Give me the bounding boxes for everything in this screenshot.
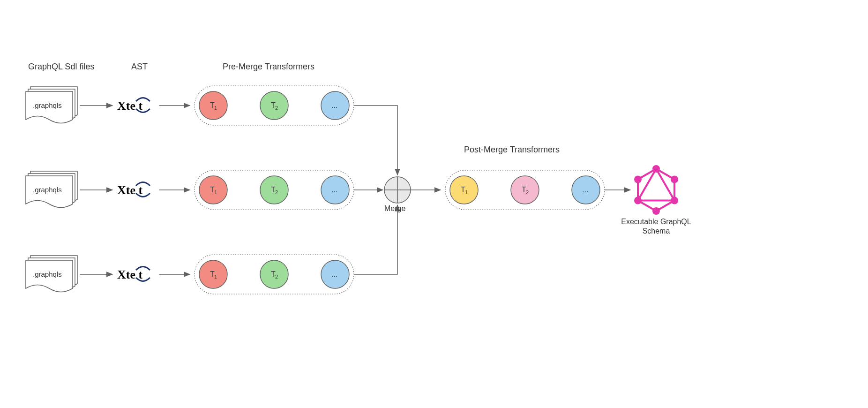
- file-stack-2: .graphqls: [26, 171, 77, 208]
- output-label-1: Executable GraphQL: [621, 218, 691, 226]
- post-t3: ...: [572, 176, 600, 204]
- pre-t2-2: T 2: [260, 176, 288, 204]
- pre-t1-1: T 1: [199, 91, 227, 120]
- pre-t1-3: T 1: [199, 260, 227, 288]
- output-label-2: Schema: [643, 227, 670, 235]
- pre-t3-1: ...: [321, 91, 349, 120]
- file-stack-3: .graphqls: [26, 256, 77, 292]
- post-t2: T 2: [511, 176, 539, 204]
- svg-marker-40: [638, 169, 674, 201]
- pipeline-row-2: .graphqls Xte t T 1 T 2 ...: [26, 170, 383, 210]
- pre-t1-2: T 1: [199, 176, 227, 204]
- svg-text:1: 1: [214, 274, 217, 280]
- pipeline-row-3: .graphqls Xte t T 1 T 2 ...: [26, 205, 397, 294]
- svg-point-44: [652, 207, 660, 215]
- svg-point-46: [634, 176, 642, 183]
- xtext-3: Xte t: [117, 267, 150, 282]
- svg-point-42: [671, 176, 678, 183]
- pre-t2-1: T 2: [260, 91, 288, 120]
- pre-t3-2: ...: [321, 176, 349, 204]
- svg-text:2: 2: [526, 189, 529, 195]
- svg-text:2: 2: [275, 189, 278, 195]
- pre-t2-3: T 2: [260, 260, 288, 288]
- svg-text:...: ...: [331, 270, 337, 278]
- header-pre: Pre-Merge Transformers: [223, 62, 314, 71]
- header-ast: AST: [131, 62, 148, 71]
- post-t1: T 1: [450, 176, 478, 204]
- svg-text:2: 2: [275, 105, 278, 111]
- xtext-2: Xte t: [117, 182, 150, 197]
- svg-text:...: ...: [331, 186, 337, 194]
- file-label-1: .graphqls: [33, 101, 62, 109]
- file-stack-1: .graphqls: [26, 87, 77, 123]
- svg-text:1: 1: [214, 189, 217, 195]
- file-label-2: .graphqls: [33, 186, 62, 194]
- pre-t3-3: ...: [321, 260, 349, 288]
- header-post: Post-Merge Transformers: [464, 145, 560, 154]
- svg-text:1: 1: [465, 189, 468, 195]
- arrow-row3-merge: [354, 205, 397, 274]
- header-sdl: GraphQL Sdl files: [28, 62, 94, 71]
- svg-text:2: 2: [275, 274, 278, 280]
- svg-text:1: 1: [214, 105, 217, 111]
- svg-text:...: ...: [582, 186, 588, 194]
- svg-point-45: [634, 197, 642, 204]
- merge-node: Merge: [384, 177, 411, 212]
- svg-point-41: [652, 165, 660, 173]
- xtext-1: Xte t: [117, 98, 150, 113]
- pipeline-row-1: .graphqls Xte t T 1 T 2 ...: [26, 86, 397, 175]
- file-label-3: .graphqls: [33, 270, 62, 278]
- merge-label: Merge: [384, 204, 405, 212]
- svg-text:...: ...: [331, 101, 337, 109]
- graphql-logo-icon: [634, 165, 678, 215]
- svg-point-43: [671, 197, 678, 204]
- arrow-row1-merge: [354, 106, 397, 175]
